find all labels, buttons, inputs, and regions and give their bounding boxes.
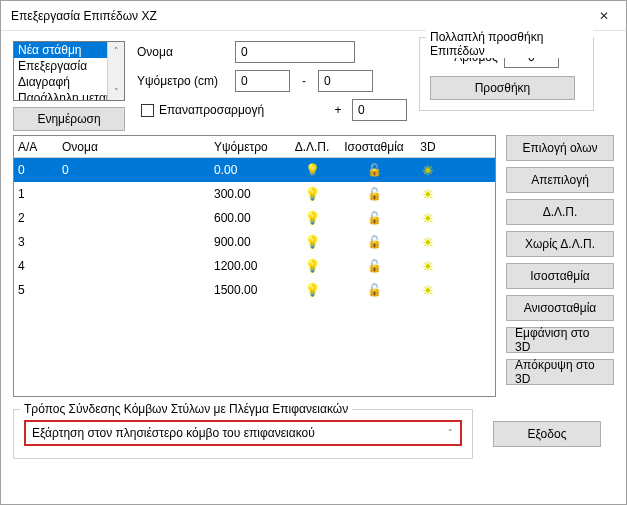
lock-open-icon: 🔓 xyxy=(367,235,382,249)
side-buttons: Επιλογή ολων Απεπιλογή Δ.Λ.Π. Χωρίς Δ.Λ.… xyxy=(506,135,614,397)
cell-dlp[interactable]: 💡 xyxy=(290,210,334,226)
cell-dlp[interactable]: 💡 xyxy=(290,186,334,202)
col-3d[interactable]: 3D xyxy=(414,139,442,155)
scroll-up-icon[interactable]: ˄ xyxy=(108,42,124,59)
range-dash: - xyxy=(298,74,310,88)
cell-filler xyxy=(442,265,495,267)
cell-aa: 0 xyxy=(14,162,58,178)
table-header: Α/Α Ονομα Υψόμετρο Δ.Λ.Π. Ισοσταθμία 3D xyxy=(14,136,495,158)
cell-dlp[interactable]: 💡 xyxy=(290,258,334,274)
col-iso[interactable]: Ισοσταθμία xyxy=(334,139,414,155)
cell-dlp[interactable]: 💡 xyxy=(290,162,334,178)
listbox-scrollbar[interactable]: ˄ ˅ xyxy=(107,42,124,100)
connection-fieldset: Τρόπος Σύνδεσης Κόμβων Στύλων με Πλέγμα … xyxy=(13,409,473,459)
cell-aa: 5 xyxy=(14,282,58,298)
show3d-button[interactable]: Εμφάνιση στο 3D xyxy=(506,327,614,353)
select-all-button[interactable]: Επιλογή ολων xyxy=(506,135,614,161)
sun-icon: ☀ xyxy=(422,259,434,274)
scroll-down-icon[interactable]: ˅ xyxy=(108,83,124,100)
add-button[interactable]: Προσθήκη xyxy=(430,76,575,100)
col-filler xyxy=(442,146,495,148)
checkbox-box-icon xyxy=(141,104,154,117)
noiso-button[interactable]: Ανισοσταθμία xyxy=(506,295,614,321)
cell-name xyxy=(58,289,210,291)
cell-3d[interactable]: ☀ xyxy=(414,258,442,275)
cell-aa: 4 xyxy=(14,258,58,274)
table-row[interactable]: 2600.00💡🔓☀ xyxy=(14,206,495,230)
col-dlp[interactable]: Δ.Λ.Π. xyxy=(290,139,334,155)
lock-open-icon: 🔓 xyxy=(367,211,382,225)
cell-aa: 3 xyxy=(14,234,58,250)
dlp-button[interactable]: Δ.Λ.Π. xyxy=(506,199,614,225)
dialog-title: Επεξεργασία Επιπέδων ΧZ xyxy=(11,9,157,23)
hide3d-button[interactable]: Απόκρυψη στο 3D xyxy=(506,359,614,385)
cell-height: 1200.00 xyxy=(210,258,290,274)
table-row[interactable]: 41200.00💡🔓☀ xyxy=(14,254,495,278)
cell-aa: 1 xyxy=(14,186,58,202)
cell-dlp[interactable]: 💡 xyxy=(290,234,334,250)
cell-3d[interactable]: ☀ xyxy=(414,210,442,227)
exit-button[interactable]: Εξοδος xyxy=(493,421,601,447)
close-button[interactable]: ✕ xyxy=(581,1,626,31)
bulb-on-icon: 💡 xyxy=(305,235,320,249)
titlebar: Επεξεργασία Επιπέδων ΧZ ✕ xyxy=(1,1,626,31)
update-button[interactable]: Ενημέρωση xyxy=(13,107,125,131)
action-listbox[interactable]: Νέα στάθμη Επεξεργασία Διαγραφή Παράλληλ… xyxy=(13,41,125,101)
cell-3d[interactable]: ☀ xyxy=(414,234,442,251)
sun-icon: ☀ xyxy=(422,283,434,298)
cell-iso[interactable]: 🔓 xyxy=(334,234,414,250)
heightometer-label: Υψόμετρο (cm) xyxy=(137,74,227,88)
col-ypo[interactable]: Υψόμετρο xyxy=(210,139,290,155)
readjust-label: Επαναπροσαρμογή xyxy=(159,103,264,117)
col-name[interactable]: Ονομα xyxy=(58,139,210,155)
cell-filler xyxy=(442,217,495,219)
dialog-window: Επεξεργασία Επιπέδων ΧZ ✕ Νέα στάθμη Επε… xyxy=(0,0,627,505)
multi-add-legend: Πολλαπλή προσθήκη Επιπέδων xyxy=(426,30,593,58)
bulb-on-icon: 💡 xyxy=(305,259,320,273)
connection-combo[interactable]: Εξάρτηση στον πλησιέστερο κόμβο του επιφ… xyxy=(24,420,462,446)
height-to-input[interactable] xyxy=(318,70,373,92)
lock-open-icon: 🔓 xyxy=(367,259,382,273)
lock-open-icon: 🔓 xyxy=(367,163,382,177)
multi-add-fieldset: Πολλαπλή προσθήκη Επιπέδων Αριθμός Προσθ… xyxy=(419,37,594,111)
table-body: 000.00💡🔓☀1300.00💡🔓☀2600.00💡🔓☀3900.00💡🔓☀4… xyxy=(14,158,495,396)
bulb-on-icon: 💡 xyxy=(305,283,320,297)
cell-3d[interactable]: ☀ xyxy=(414,162,442,179)
close-icon: ✕ xyxy=(599,9,609,23)
bulb-on-icon: 💡 xyxy=(305,187,320,201)
height-from-input[interactable] xyxy=(235,70,290,92)
deselect-button[interactable]: Απεπιλογή xyxy=(506,167,614,193)
iso-button[interactable]: Ισοσταθμία xyxy=(506,263,614,289)
cell-aa: 2 xyxy=(14,210,58,226)
cell-iso[interactable]: 🔓 xyxy=(334,210,414,226)
table-row[interactable]: 1300.00💡🔓☀ xyxy=(14,182,495,206)
cell-filler xyxy=(442,193,495,195)
no-dlp-button[interactable]: Χωρίς Δ.Λ.Π. xyxy=(506,231,614,257)
cell-3d[interactable]: ☀ xyxy=(414,282,442,299)
cell-iso[interactable]: 🔓 xyxy=(334,258,414,274)
cell-iso[interactable]: 🔓 xyxy=(334,282,414,298)
plus-label: + xyxy=(332,103,344,117)
cell-iso[interactable]: 🔓 xyxy=(334,162,414,178)
name-label: Ονομα xyxy=(137,45,227,59)
cell-iso[interactable]: 🔓 xyxy=(334,186,414,202)
readjust-checkbox[interactable]: Επαναπροσαρμογή xyxy=(141,103,264,117)
cell-height: 0.00 xyxy=(210,162,290,178)
chevron-down-icon: ˅ xyxy=(440,422,460,444)
cell-height: 600.00 xyxy=(210,210,290,226)
height-plus-input[interactable] xyxy=(352,99,407,121)
cell-3d[interactable]: ☀ xyxy=(414,186,442,203)
name-input[interactable] xyxy=(235,41,355,63)
cell-filler xyxy=(442,241,495,243)
cell-dlp[interactable]: 💡 xyxy=(290,282,334,298)
cell-height: 900.00 xyxy=(210,234,290,250)
table-row[interactable]: 3900.00💡🔓☀ xyxy=(14,230,495,254)
cell-filler xyxy=(442,169,495,171)
cell-name xyxy=(58,193,210,195)
lock-open-icon: 🔓 xyxy=(367,187,382,201)
sun-icon: ☀ xyxy=(422,235,434,250)
table-row[interactable]: 000.00💡🔓☀ xyxy=(14,158,495,182)
col-aa[interactable]: Α/Α xyxy=(14,139,58,155)
cell-height: 300.00 xyxy=(210,186,290,202)
table-row[interactable]: 51500.00💡🔓☀ xyxy=(14,278,495,302)
